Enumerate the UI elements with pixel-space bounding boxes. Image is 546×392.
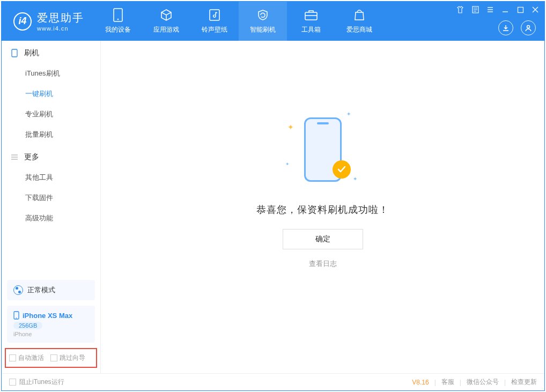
svg-point-9 bbox=[16, 317, 17, 319]
header: i4 爱思助手 www.i4.cn 我的设备 应用游戏 bbox=[2, 2, 544, 41]
sparkle-icon: ✦ bbox=[353, 176, 357, 182]
auto-activate-label: 自动激活 bbox=[18, 353, 44, 363]
cube-icon bbox=[159, 8, 173, 22]
nav-label: 铃声壁纸 bbox=[202, 25, 227, 34]
logo-icon: i4 bbox=[13, 12, 32, 31]
menu-icon[interactable] bbox=[485, 5, 495, 14]
device-type: iPhone bbox=[13, 331, 88, 337]
nav-label: 爱思商城 bbox=[346, 25, 372, 34]
success-illustration: ✦ ✦ ✦ ✦ bbox=[285, 113, 360, 188]
list-icon bbox=[10, 153, 19, 161]
wechat-link[interactable]: 微信公众号 bbox=[467, 378, 499, 387]
check-badge-icon bbox=[333, 160, 351, 179]
sidebar-group-title: 刷机 bbox=[24, 48, 39, 58]
sidebar-group-flash: 刷机 bbox=[2, 41, 100, 63]
nav-store[interactable]: 爱思商城 bbox=[335, 2, 383, 41]
toolbox-icon bbox=[304, 8, 318, 22]
nav-label: 智能刷机 bbox=[250, 25, 276, 34]
sidebar-item-oneclick-flash[interactable]: 一键刷机 bbox=[2, 84, 100, 104]
bag-icon bbox=[352, 8, 366, 22]
separator: | bbox=[434, 379, 436, 386]
app-subtitle: www.i4.cn bbox=[37, 25, 84, 32]
minimize-icon[interactable] bbox=[500, 5, 510, 14]
header-actions bbox=[498, 20, 536, 35]
maximize-icon[interactable] bbox=[515, 5, 525, 14]
nav-label: 我的设备 bbox=[105, 25, 131, 34]
sparkle-icon: ✦ bbox=[285, 161, 290, 167]
svg-point-1 bbox=[117, 19, 119, 20]
nav-flash[interactable]: 智能刷机 bbox=[239, 2, 287, 41]
body: 刷机 iTunes刷机 一键刷机 专业刷机 批量刷机 更多 其他工具 下载固件 … bbox=[2, 41, 544, 373]
sidebar-item-pro-flash[interactable]: 专业刷机 bbox=[2, 104, 100, 124]
logo-block: i4 爱思助手 www.i4.cn bbox=[2, 11, 94, 32]
block-itunes-checkbox[interactable]: 阻止iTunes运行 bbox=[9, 378, 64, 387]
app-window: i4 爱思助手 www.i4.cn 我的设备 应用游戏 bbox=[1, 1, 545, 391]
svg-rect-5 bbox=[518, 7, 523, 12]
nav-toolbox[interactable]: 工具箱 bbox=[287, 2, 335, 41]
window-controls bbox=[455, 5, 540, 14]
check-update-link[interactable]: 检查更新 bbox=[511, 378, 537, 387]
mode-icon bbox=[13, 285, 23, 295]
svg-rect-7 bbox=[12, 49, 17, 57]
checkbox-icon bbox=[9, 379, 16, 386]
sidebar-item-batch-flash[interactable]: 批量刷机 bbox=[2, 124, 100, 145]
block-itunes-label: 阻止iTunes运行 bbox=[19, 378, 64, 387]
nav-apps[interactable]: 应用游戏 bbox=[142, 2, 190, 41]
nav-label: 应用游戏 bbox=[153, 25, 179, 34]
nav-label: 工具箱 bbox=[301, 25, 321, 34]
checkbox-icon bbox=[50, 354, 57, 361]
close-icon[interactable] bbox=[530, 5, 540, 14]
mode-label: 正常模式 bbox=[27, 285, 55, 295]
sparkle-icon: ✦ bbox=[287, 123, 294, 131]
top-nav: 我的设备 应用游戏 铃声壁纸 智能刷机 bbox=[94, 2, 383, 41]
svg-point-6 bbox=[527, 26, 530, 28]
customer-service-link[interactable]: 客服 bbox=[441, 378, 454, 387]
user-button[interactable] bbox=[521, 20, 536, 35]
ok-button[interactable]: 确定 bbox=[283, 229, 363, 249]
nav-my-device[interactable]: 我的设备 bbox=[94, 2, 142, 41]
sidebar-item-download-firmware[interactable]: 下载固件 bbox=[2, 188, 100, 208]
phone-icon bbox=[111, 8, 125, 22]
sidebar-item-other-tools[interactable]: 其他工具 bbox=[2, 167, 100, 188]
mode-block[interactable]: 正常模式 bbox=[7, 280, 95, 300]
device-block[interactable]: iPhone XS Max 256GB iPhone bbox=[7, 306, 95, 343]
success-message: 恭喜您，保资料刷机成功啦！ bbox=[256, 203, 389, 216]
nav-ringtones[interactable]: 铃声壁纸 bbox=[190, 2, 239, 41]
sparkle-icon: ✦ bbox=[346, 111, 351, 117]
phone-small-icon bbox=[13, 311, 19, 320]
sidebar-group-title: 更多 bbox=[24, 152, 39, 162]
main-content: ✦ ✦ ✦ ✦ 恭喜您，保资料刷机成功啦！ 确定 查看日志 bbox=[101, 41, 544, 373]
sidebar-item-itunes-flash[interactable]: iTunes刷机 bbox=[2, 63, 100, 84]
skip-guide-label: 跳过向导 bbox=[60, 353, 85, 363]
music-file-icon bbox=[208, 8, 222, 22]
download-button[interactable] bbox=[498, 20, 513, 35]
device-icon bbox=[10, 49, 19, 57]
sidebar: 刷机 iTunes刷机 一键刷机 专业刷机 批量刷机 更多 其他工具 下载固件 … bbox=[2, 41, 101, 373]
device-name: iPhone XS Max bbox=[23, 312, 72, 320]
svg-rect-3 bbox=[305, 12, 317, 20]
separator: | bbox=[504, 379, 506, 386]
flash-options-highlight: 自动激活 跳过向导 bbox=[5, 348, 97, 368]
view-log-link[interactable]: 查看日志 bbox=[309, 259, 337, 269]
sidebar-item-advanced[interactable]: 高级功能 bbox=[2, 208, 100, 228]
app-title: 爱思助手 bbox=[37, 11, 84, 25]
checkbox-icon bbox=[9, 354, 16, 361]
sidebar-group-more: 更多 bbox=[2, 145, 100, 167]
note-icon[interactable] bbox=[470, 5, 480, 14]
footer: 阻止iTunes运行 V8.16 | 客服 | 微信公众号 | 检查更新 bbox=[2, 373, 544, 390]
skip-guide-checkbox[interactable]: 跳过向导 bbox=[50, 353, 85, 363]
version-label: V8.16 bbox=[412, 379, 429, 386]
separator: | bbox=[460, 379, 461, 386]
shirt-icon[interactable] bbox=[455, 5, 465, 14]
storage-badge: 256GB bbox=[13, 322, 42, 329]
auto-activate-checkbox[interactable]: 自动激活 bbox=[9, 353, 44, 363]
refresh-shield-icon bbox=[256, 8, 270, 22]
